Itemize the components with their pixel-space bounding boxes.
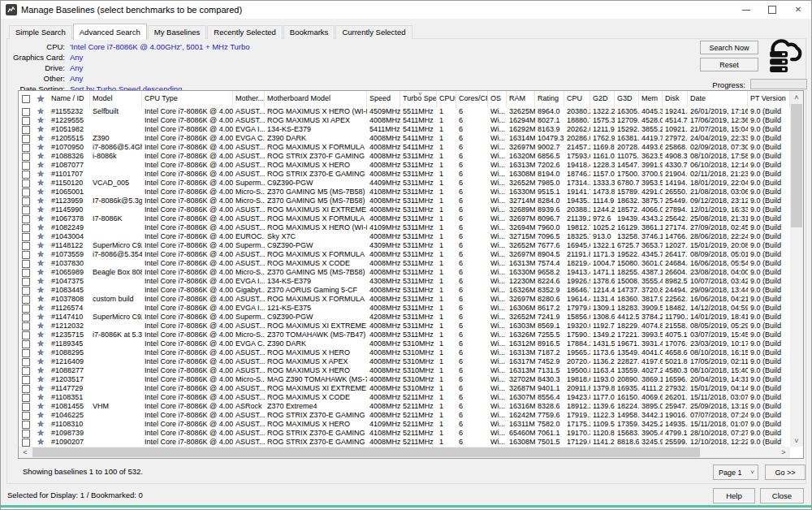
table-row[interactable]: ★#1189345Intel Core i7-8086K @ 4.00GHzEV… [19,339,790,348]
table-row[interactable]: ★#1123959I7-8086k@5.3ghz ...Intel Core i… [19,197,790,205]
table-row[interactable]: ★#1108351Intel Core i7-8086K @ 4.00GHzAS… [19,393,790,402]
row-bookmark-star-icon[interactable]: ★ [32,197,49,205]
column-header-cpu[interactable]: CPU [564,91,590,107]
table-row[interactable]: ★#1150120VCAD_005Intel Core i7-8086K @ 4… [19,179,790,188]
horizontal-scrollbar[interactable]: < > [19,447,790,458]
table-row[interactable]: ★#1101707Intel Core i7-8086K @ 4.00GHzAS… [19,170,790,179]
row-bookmark-star-icon[interactable]: ★ [32,411,49,420]
table-row[interactable]: ★#1070950i7-8086@5.4GhzIntel Core i7-808… [19,143,790,152]
table-row[interactable]: ★#1205515Z390Intel Core i7-8086K @ 4.00G… [19,134,790,143]
row-checkbox[interactable] [22,188,30,197]
row-checkbox[interactable] [22,126,30,134]
row-bookmark-star-icon[interactable]: ★ [32,179,49,188]
row-checkbox[interactable] [22,430,30,438]
scroll-right-arrow-icon[interactable]: > [777,447,790,458]
vertical-scrollbar[interactable]: ˄ ˅ [790,91,803,447]
table-row[interactable]: ★#1037830Intel Core i7-8086K @ 4.00GHzAS… [19,259,790,268]
table-row[interactable]: ★#1098739Intel Core i7-8086K @ 4.00GHzAS… [19,429,790,438]
reset-button[interactable]: Reset [700,58,758,71]
column-header-pt-version[interactable]: PT Version [748,91,790,107]
row-bookmark-star-icon[interactable]: ★ [32,384,49,393]
row-checkbox[interactable] [22,403,30,411]
column-header-cpus[interactable]: CPUs [437,91,456,107]
row-checkbox[interactable] [22,233,30,241]
row-checkbox[interactable] [22,412,30,420]
row-checkbox[interactable] [22,287,30,295]
row-checkbox[interactable] [22,340,30,348]
row-bookmark-star-icon[interactable]: ★ [32,438,49,447]
close-window-button[interactable]: ✕ [785,1,811,19]
table-row[interactable]: ★#1155232SelfbuiltIntel Core i7-8086K @ … [19,107,790,116]
column-header-mem[interactable]: Mem [639,91,663,107]
row-bookmark-star-icon[interactable]: ★ [32,268,49,277]
table-row[interactable]: ★#1235715i7-8086K at 5.3GH...Intel Core … [19,331,790,339]
row-checkbox[interactable] [22,358,30,366]
row-checkbox[interactable] [22,421,30,429]
row-checkbox[interactable] [22,135,30,143]
row-bookmark-star-icon[interactable]: ★ [32,125,49,134]
row-checkbox[interactable] [22,260,30,268]
table-row[interactable]: ★#1148122SuperMicro C9Z39...Intel Core i… [19,241,790,250]
row-bookmark-star-icon[interactable]: ★ [32,429,49,438]
row-bookmark-star-icon[interactable]: ★ [32,313,49,322]
table-row[interactable]: ★#1081455VHMIntel Core i7-8086K @ 4.00GH… [19,402,790,411]
help-button[interactable]: Help [713,488,755,504]
row-bookmark-star-icon[interactable]: ★ [32,322,49,331]
row-bookmark-star-icon[interactable]: ★ [32,420,49,429]
row-bookmark-star-icon[interactable]: ★ [32,161,49,170]
select-all-checkbox[interactable] [22,95,30,103]
table-row[interactable]: ★#1088277Intel Core i7-8086K @ 4.00GHzAS… [19,366,790,375]
row-checkbox[interactable] [22,305,30,313]
row-bookmark-star-icon[interactable]: ★ [32,339,49,348]
table-row[interactable]: ★#1065989Beagle Box 8086Intel Core i7-80… [19,268,790,277]
column-header-g3d[interactable]: G3D [615,91,639,107]
table-row[interactable]: ★#1145990Intel Core i7-8086K @ 4.00GHzAS… [19,205,790,214]
row-checkbox[interactable] [22,144,30,152]
close-button[interactable]: Close [760,488,804,504]
column-header-date[interactable]: Date [688,91,748,107]
row-bookmark-star-icon[interactable]: ★ [32,214,49,223]
page-select[interactable]: Page 1 ˅ [713,465,758,480]
row-bookmark-star-icon[interactable]: ★ [32,295,49,304]
table-row[interactable]: ★#1083445Intel Core i7-8086K @ 4.00GHzGi… [19,286,790,295]
row-checkbox[interactable] [22,171,30,179]
table-row[interactable]: ★#1047375Intel Core i7-8086K @ 4.00GHzEV… [19,277,790,286]
row-checkbox[interactable] [22,313,30,322]
table-row[interactable]: ★#1073559i7-8086@5.354GhzIntel Core i7-8… [19,250,790,259]
row-checkbox[interactable] [22,367,30,375]
table-row[interactable]: ★#1082249Intel Core i7-8086K @ 4.00GHzAS… [19,223,790,232]
row-bookmark-star-icon[interactable]: ★ [32,348,49,357]
row-checkbox[interactable] [22,296,30,304]
row-checkbox[interactable] [22,322,30,331]
row-checkbox[interactable] [22,331,30,339]
row-bookmark-star-icon[interactable]: ★ [32,188,49,197]
row-bookmark-star-icon[interactable]: ★ [32,170,49,179]
vertical-scroll-thumb[interactable] [791,104,802,227]
criteria-value-link[interactable]: Any [70,74,83,83]
row-bookmark-star-icon[interactable]: ★ [32,152,49,161]
row-bookmark-star-icon[interactable]: ★ [32,402,49,411]
row-bookmark-star-icon[interactable]: ★ [32,116,49,125]
table-row[interactable]: ★#1147410SuperMicro C9Z39...Intel Core i… [19,313,790,322]
row-checkbox[interactable] [22,206,30,214]
row-bookmark-star-icon[interactable]: ★ [32,366,49,375]
scroll-left-arrow-icon[interactable]: < [19,447,32,458]
criteria-value-link[interactable]: Any [70,63,83,72]
column-header-turbo-speed[interactable]: Turbo Speed˅ [400,91,437,107]
row-bookmark-star-icon[interactable]: ★ [32,286,49,295]
row-checkbox[interactable] [22,162,30,170]
column-header-cores-per-cpu[interactable]: Cores/CPU [456,91,488,107]
column-header-ram[interactable]: RAM [507,91,535,107]
row-bookmark-star-icon[interactable]: ★ [32,134,49,143]
row-bookmark-star-icon[interactable]: ★ [32,393,49,402]
table-row[interactable]: ★#1088295Intel Core i7-8086K @ 4.00GHzAS… [19,348,790,357]
scroll-up-arrow-icon[interactable]: ˄ [790,91,803,103]
column-header-motherboard-maker[interactable]: Mother... [233,91,265,107]
column-header-cpu-type[interactable]: CPU Type [142,91,233,107]
row-bookmark-star-icon[interactable]: ★ [32,143,49,152]
table-row[interactable]: ★#1126574Intel Core i7-8086K @ 4.00GHzEV… [19,304,790,313]
table-row[interactable]: ★#1046225Intel Core i7-8086K @ 4.00GHzAS… [19,411,790,420]
row-bookmark-star-icon[interactable]: ★ [32,375,49,384]
row-bookmark-star-icon[interactable]: ★ [32,223,49,232]
tab-my-baselines[interactable]: My Baselines [148,25,207,39]
